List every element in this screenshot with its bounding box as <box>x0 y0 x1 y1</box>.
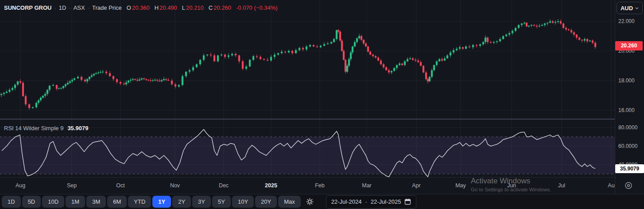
time-axis[interactable]: AugSepOctNovDec2025FebMarAprMayJunJulAu <box>0 177 615 194</box>
time-axis-label: Nov <box>170 182 180 189</box>
time-axis-label: Au <box>608 182 614 189</box>
range-button-max[interactable]: Max <box>278 196 301 208</box>
price-axis-label: 16.000 <box>618 107 635 113</box>
change-value: -0.070 (−0.34%) <box>236 4 278 11</box>
time-axis-label: Oct <box>116 182 124 189</box>
range-button-3m[interactable]: 3M <box>86 196 106 208</box>
date-range-separator: - <box>365 198 367 205</box>
exchange-label: ASX <box>74 4 85 11</box>
high-value: 20.490 <box>159 4 177 11</box>
price-axis-label: 22.000 <box>618 18 635 24</box>
rsi-current-value: 35.9079 <box>67 125 88 132</box>
time-axis-label: Jun <box>507 182 516 189</box>
time-axis-label: Aug <box>16 182 25 189</box>
chart-settings-gear-icon[interactable] <box>305 197 314 206</box>
open-label: O <box>127 4 131 11</box>
range-button-ytd[interactable]: YTD <box>128 196 151 208</box>
close-label: C <box>209 4 213 11</box>
rsi-legend[interactable]: RSI 14 Wilder Simple 9 35.9079 <box>4 125 88 132</box>
rsi-axis-label: 80.0000 <box>618 124 637 131</box>
candlestick-rsi-chart[interactable] <box>0 0 615 194</box>
calendar-icon[interactable] <box>404 198 411 205</box>
last-price-label: 20.260 <box>615 41 643 50</box>
time-axis-label: Sep <box>67 182 77 189</box>
close-value: 20.260 <box>213 4 231 11</box>
time-axis-label: Apr <box>412 182 420 189</box>
trading-chart-app: SUNCORP GROU · 1D · ASX · Trade Price O … <box>0 0 644 209</box>
range-button-2y[interactable]: 2Y <box>172 196 191 208</box>
low-label: L <box>182 4 185 11</box>
rsi-title: RSI 14 Wilder Simple 9 <box>4 125 63 132</box>
time-axis-label: Feb <box>315 182 325 189</box>
separator-dot: · <box>69 4 70 11</box>
range-button-10d[interactable]: 10D <box>42 196 64 208</box>
price-axis-label: 18.000 <box>618 77 635 84</box>
time-axis-label: Mar <box>362 182 372 189</box>
time-axis-label: 2025 <box>265 182 277 189</box>
symbol-legend[interactable]: SUNCORP GROU · 1D · ASX · Trade Price O … <box>4 4 278 11</box>
time-axis-label: May <box>455 182 466 189</box>
date-from[interactable]: 22-Jul-2024 <box>331 198 362 205</box>
low-value: 20.210 <box>186 4 204 11</box>
range-button-3y[interactable]: 3Y <box>192 196 211 208</box>
range-button-5y[interactable]: 5Y <box>212 196 231 208</box>
date-range-picker[interactable]: 22-Jul-2024 - 22-Jul-2025 <box>326 195 417 209</box>
range-button-5d[interactable]: 5D <box>22 196 41 208</box>
symbol-name[interactable]: SUNCORP GROU <box>4 4 51 11</box>
range-buttons: 1D5D10D1M3M6MYTD1Y2Y3Y5Y10Y20YMax <box>2 196 301 208</box>
range-button-6m[interactable]: 6M <box>107 196 127 208</box>
rsi-value-label: 35.9079 <box>615 164 644 173</box>
currency-selector[interactable]: AUD <box>617 2 643 14</box>
time-axis-label: Dec <box>219 182 229 189</box>
pane-separator[interactable] <box>0 119 644 120</box>
open-value: 20.360 <box>132 4 150 11</box>
range-button-10y[interactable]: 10Y <box>232 196 254 208</box>
rsi-axis-label: 60.0000 <box>618 143 637 149</box>
date-to[interactable]: 22-Jul-2025 <box>371 198 401 205</box>
range-button-1y[interactable]: 1Y <box>152 196 171 208</box>
range-button-1d[interactable]: 1D <box>2 196 21 208</box>
bottom-toolbar: 1D5D10D1M3M6MYTD1Y2Y3Y5Y10Y20YMax 22-Jul… <box>0 194 644 209</box>
currency-label: AUD <box>621 5 633 12</box>
axis-settings-gear-icon[interactable] <box>624 181 633 192</box>
separator-dot: · <box>54 4 56 11</box>
range-button-1m[interactable]: 1M <box>66 196 85 208</box>
price-axis[interactable]: AUD 20.260 35.9079 22.00020.00018.00016.… <box>615 0 644 194</box>
chevron-down-icon <box>635 7 639 9</box>
range-button-20y[interactable]: 20Y <box>255 196 277 208</box>
interval-label[interactable]: 1D <box>59 4 66 11</box>
high-label: H <box>155 4 159 11</box>
time-axis-label: Jul <box>558 182 565 189</box>
series-type-label: Trade Price <box>92 4 122 11</box>
separator-dot: · <box>88 4 89 11</box>
